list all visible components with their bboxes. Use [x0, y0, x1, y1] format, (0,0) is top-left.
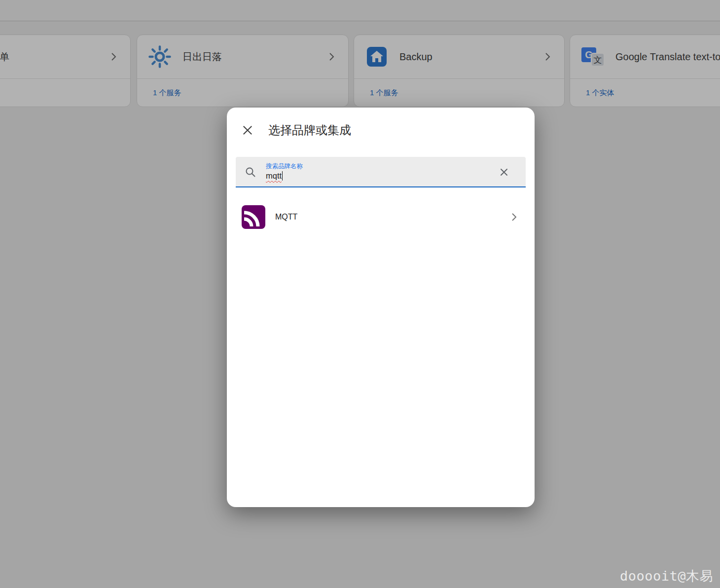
clear-search-icon[interactable] [498, 166, 510, 178]
chevron-right-icon [508, 211, 520, 223]
search-field-label: 搜索品牌名称 [266, 162, 303, 171]
search-results-list: MQTT [227, 199, 535, 235]
search-input[interactable]: 搜索品牌名称 mqtt [236, 157, 526, 187]
mqtt-logo-icon [242, 205, 265, 229]
close-icon[interactable] [241, 123, 254, 137]
choose-integration-dialog: 选择品牌或集成 搜索品牌名称 mqtt MQTT [227, 108, 535, 507]
integration-result-mqtt[interactable]: MQTT [227, 199, 535, 235]
text-cursor [282, 171, 283, 181]
search-field-value: mqtt [266, 171, 283, 181]
watermark-text: dooooit@木易 [620, 567, 713, 585]
dialog-title: 选择品牌或集成 [268, 122, 351, 138]
dialog-header: 选择品牌或集成 [241, 122, 351, 138]
integration-result-name: MQTT [275, 213, 498, 221]
search-icon [245, 166, 256, 178]
